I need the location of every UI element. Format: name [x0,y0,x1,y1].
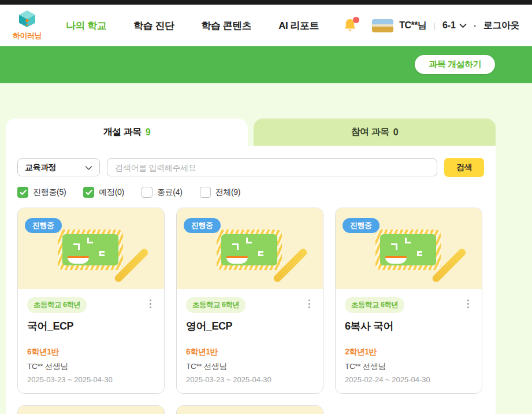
logo-cube-icon [17,10,38,30]
course-period: 2025-03-23 ~ 2025-04-30 [27,375,155,384]
checkbox-in-progress[interactable]: 진행중(5) [17,187,66,198]
chalk-icon [272,247,308,284]
category-dropdown[interactable]: 교육과정 [17,158,100,176]
checkbox-unchecked-icon [142,187,152,198]
status-filter-row: 진행중(5) 예정(0) 종료(4) 전체(9) [17,187,484,198]
chalk-bowl-icon [226,256,248,264]
green-banner: 과목 개설하기 [0,46,532,83]
chevron-down-icon [459,20,467,31]
course-card-body: 초등학교 6학년 국어_ECP 6학년1반 TC** 선생님 2025-03-2… [18,289,164,393]
course-class: 2학년1반 [345,347,473,357]
course-card[interactable]: 진행중 초등학교 6학년 영어_ECP 6학년1반 TC** [176,208,323,394]
tab-joined-courses[interactable]: 참여 과목 0 [254,119,496,146]
main-header: 하이러닝 나의 학교 학습 진단 학습 콘텐츠 AI 리포트 TC**님 | 6… [0,5,532,46]
course-card-body: 초등학교 6학년 6복사 국어 2학년1반 TC** 선생님 2025-02-2… [336,289,482,393]
tab-opened-count: 9 [146,127,150,138]
course-thumbnail: 진행중 [177,406,323,414]
category-dropdown-value: 교육과정 [25,162,56,173]
course-title: 국어_ECP [27,319,155,333]
course-card[interactable]: 진행중 [17,405,165,414]
grade-level-badge: 초등학교 6학년 [345,297,404,313]
course-card[interactable]: 진행중 초등학교 6학년 6복사 국어 2학년1반 TC** [335,208,482,394]
course-teacher: TC** 선생님 [345,361,473,372]
app-logo[interactable]: 하이러닝 [13,10,42,41]
search-button[interactable]: 검색 [444,158,484,177]
checkbox-checked-icon [83,187,94,198]
status-badge: 진행중 [343,218,380,233]
avatar[interactable] [372,19,393,32]
chalk-icon [431,247,467,284]
nav-learning-diagnosis[interactable]: 학습 진단 [133,19,174,32]
chalkboard-illustration [58,230,123,270]
filter-row: 교육과정 검색 [17,158,484,177]
chalkboard-illustration [217,230,282,270]
course-period: 2025-03-23 ~ 2025-04-30 [186,375,314,384]
chalkboard-illustration [375,230,441,270]
course-teacher: TC** 선생님 [186,361,314,372]
tab-joined-count: 0 [393,127,398,138]
nav-my-school[interactable]: 나의 학교 [66,19,106,32]
header-user-area: TC**님 | 6-1 · 로그아웃 [342,17,519,34]
course-card[interactable]: 진행중 [176,405,323,414]
checkbox-label: 전체(9) [215,187,241,198]
checkbox-scheduled[interactable]: 예정(0) [83,187,124,198]
status-badge: 진행중 [25,218,62,233]
checkbox-unchecked-icon [200,187,211,198]
notification-dot [353,17,359,23]
course-thumbnail: 진행중 [18,208,164,289]
dot-separator: · [473,21,478,31]
class-selector-value: 6-1 [442,20,456,31]
kebab-menu-icon[interactable] [146,297,155,310]
course-thumbnail: 진행중 [177,208,323,289]
course-card[interactable]: 진행중 초등학교 6학년 국어_ECP 6학년1반 TC** [17,208,165,394]
search-input[interactable] [107,158,437,176]
course-period: 2025-02-24 ~ 2025-04-30 [345,375,473,384]
courses-panel: 교육과정 검색 진행중(5) [6,146,496,414]
logout-button[interactable]: 로그아웃 [483,20,519,32]
grade-level-badge: 초등학교 6학년 [27,297,87,313]
chalk-icon [113,247,150,284]
checkbox-checked-icon [17,187,28,198]
course-tabs: 개설 과목 9 참여 과목 0 [6,119,496,146]
chevron-down-icon [85,163,92,172]
checkbox-ended[interactable]: 종료(4) [142,187,183,198]
user-name: TC**님 [399,20,426,32]
checkbox-label: 예정(0) [99,187,124,198]
class-selector[interactable]: 6-1 [442,20,467,31]
course-title: 영어_ECP [186,319,314,333]
course-teacher: TC** 선생님 [27,361,155,372]
course-class: 6학년1반 [186,347,314,357]
kebab-menu-icon[interactable] [464,297,473,310]
create-course-button[interactable]: 과목 개설하기 [415,55,495,74]
notification-bell-icon[interactable] [342,17,358,34]
checkbox-label: 종료(4) [157,187,183,198]
chalk-bowl-icon [68,256,89,264]
grade-level-badge: 초등학교 6학년 [186,297,245,313]
separator: | [432,21,436,30]
course-card-body: 초등학교 6학년 영어_ECP 6학년1반 TC** 선생님 2025-03-2… [177,289,323,393]
checkbox-all[interactable]: 전체(9) [200,187,241,198]
course-class: 6학년1반 [27,347,155,357]
nav-ai-report[interactable]: AI 리포트 [278,19,319,32]
chalk-bowl-icon [385,256,407,264]
course-thumbnail: 진행중 [18,406,164,414]
tab-opened-courses[interactable]: 개설 과목 9 [6,119,248,146]
nav-learning-content[interactable]: 학습 콘텐츠 [201,19,251,32]
course-title: 6복사 국어 [345,319,473,333]
course-thumbnail: 진행중 [336,208,482,289]
status-badge: 진행중 [184,218,221,233]
tab-opened-label: 개설 과목 [103,126,142,138]
course-card-grid: 진행중 초등학교 6학년 국어_ECP 6학년1반 TC** [17,208,484,414]
logo-text: 하이러닝 [13,31,42,41]
main-nav: 나의 학교 학습 진단 학습 콘텐츠 AI 리포트 [66,19,319,32]
page-content: 개설 과목 9 참여 과목 0 교육과정 검색 [0,83,532,414]
kebab-menu-icon[interactable] [305,297,314,310]
window-top-bar [0,0,532,5]
tab-joined-label: 참여 과목 [351,126,389,138]
checkbox-label: 진행중(5) [33,187,66,198]
